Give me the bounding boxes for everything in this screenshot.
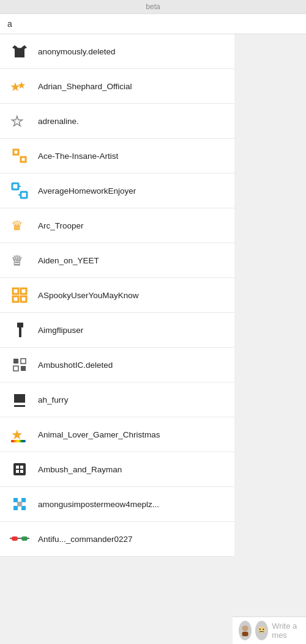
username-label: AmbushotIC.deleted: [38, 360, 113, 370]
username-label: Aiden_on_YEET: [38, 256, 99, 265]
search-value: a: [7, 19, 12, 29]
svg-text:★: ★: [17, 80, 26, 90]
svg-rect-31: [21, 498, 26, 502]
list-item[interactable]: Aimgflipuser: [0, 313, 234, 348]
svg-rect-27: [20, 466, 23, 469]
avatar: ★: [9, 110, 31, 132]
svg-rect-21: [14, 394, 25, 403]
list-item[interactable]: ASpookyUserYouMayKnow: [0, 278, 234, 313]
username-label: Ambush_and_Rayman: [38, 465, 122, 474]
username-label: Adrian_Shephard_Official: [38, 82, 132, 91]
username-label: AverageHomeworkEnjoyer: [38, 186, 136, 196]
svg-rect-14: [21, 296, 26, 302]
list-item[interactable]: AverageHomeworkEnjoyer: [0, 174, 234, 208]
avatar: ♛: [9, 249, 31, 271]
avatar: [9, 389, 31, 411]
svg-rect-20: [21, 366, 26, 371]
username-label: Arc_Trooper: [38, 221, 84, 230]
svg-rect-30: [13, 498, 18, 502]
username-label: anonymously.deleted: [38, 47, 116, 56]
avatar: ♛: [9, 214, 31, 236]
svg-rect-24: [11, 440, 26, 442]
avatar: [9, 493, 31, 515]
svg-rect-18: [21, 359, 26, 364]
list-item[interactable]: ★ Animal_Lover_Gamer_Christmas: [0, 417, 234, 452]
list-item[interactable]: ★ adrenaline.: [0, 104, 234, 139]
avatar: [9, 180, 31, 202]
svg-rect-22: [14, 405, 25, 407]
list-item[interactable]: AmbushotIC.deleted: [0, 348, 234, 382]
svg-text:★: ★: [11, 114, 23, 129]
svg-rect-11: [13, 288, 18, 294]
username-label: amongusimpostermeow4meplz...: [38, 500, 159, 509]
avatar: [9, 354, 31, 376]
list-item[interactable]: ♛ Arc_Trooper: [0, 208, 234, 243]
list-item[interactable]: ♛ Aiden_on_YEET: [0, 243, 234, 278]
list-item[interactable]: Antifu..._commander0227: [0, 522, 234, 557]
avatar: [9, 528, 31, 550]
svg-rect-4: [21, 157, 26, 162]
svg-rect-35: [12, 536, 18, 541]
avatar: [9, 319, 31, 341]
search-bar: a: [0, 14, 306, 34]
list-item[interactable]: ★ ★ Adrian_Shephard_Official: [0, 69, 234, 104]
username-label: ah_furry: [38, 395, 69, 404]
avatar: ★: [9, 423, 31, 445]
top-bar: beta: [0, 0, 306, 14]
avatar: [9, 145, 31, 167]
svg-rect-32: [13, 506, 18, 510]
svg-rect-5: [12, 183, 18, 189]
svg-rect-3: [13, 150, 18, 155]
username-label: Ace-The-Insane-Artist: [38, 152, 118, 161]
list-item[interactable]: amongusimpostermeow4meplz...: [0, 487, 234, 522]
svg-rect-13: [13, 296, 18, 302]
list-item[interactable]: ah_furry: [0, 382, 234, 417]
username-label: Aimgflipuser: [38, 326, 83, 335]
svg-rect-25: [13, 463, 26, 475]
list-item[interactable]: Ace-The-Insane-Artist: [0, 139, 234, 174]
svg-rect-19: [13, 366, 18, 371]
list-item[interactable]: anonymously.deleted: [0, 34, 234, 69]
avatar: [9, 40, 31, 62]
username-label: ASpookyUserYouMayKnow: [38, 291, 139, 300]
username-label: Antifu..._commander0227: [38, 535, 133, 544]
svg-rect-29: [20, 470, 23, 473]
svg-rect-28: [16, 470, 19, 473]
svg-text:♛: ♛: [11, 218, 23, 233]
avatar: ★ ★: [9, 75, 31, 97]
svg-rect-6: [21, 192, 27, 198]
svg-rect-12: [21, 288, 26, 294]
username-label: adrenaline.: [38, 117, 79, 126]
avatar: [9, 458, 31, 480]
svg-text:♛: ♛: [11, 253, 23, 268]
username-label: Animal_Lover_Gamer_Christmas: [38, 430, 160, 439]
svg-rect-34: [17, 502, 22, 507]
svg-rect-17: [13, 359, 18, 364]
avatar: [9, 284, 31, 306]
svg-rect-16: [19, 326, 21, 337]
user-list: anonymously.deleted ★ ★ Adrian_Shephard_…: [0, 34, 234, 557]
svg-rect-26: [16, 466, 19, 469]
list-item[interactable]: Ambush_and_Rayman: [0, 452, 234, 487]
svg-rect-33: [21, 506, 26, 510]
top-bar-label: beta: [146, 2, 160, 11]
svg-rect-36: [21, 536, 28, 541]
